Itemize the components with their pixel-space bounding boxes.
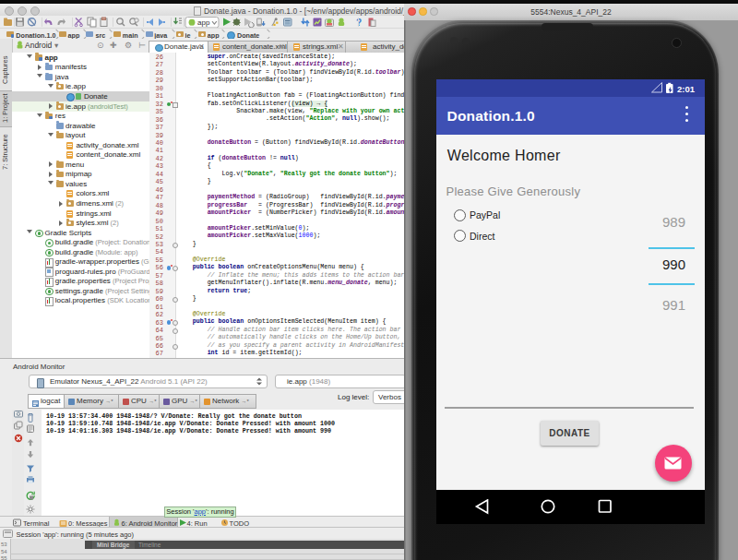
svg-text:app: app [197,18,210,27]
svg-text:?: ? [356,18,362,28]
svg-text:2:01: 2:01 [677,84,696,94]
